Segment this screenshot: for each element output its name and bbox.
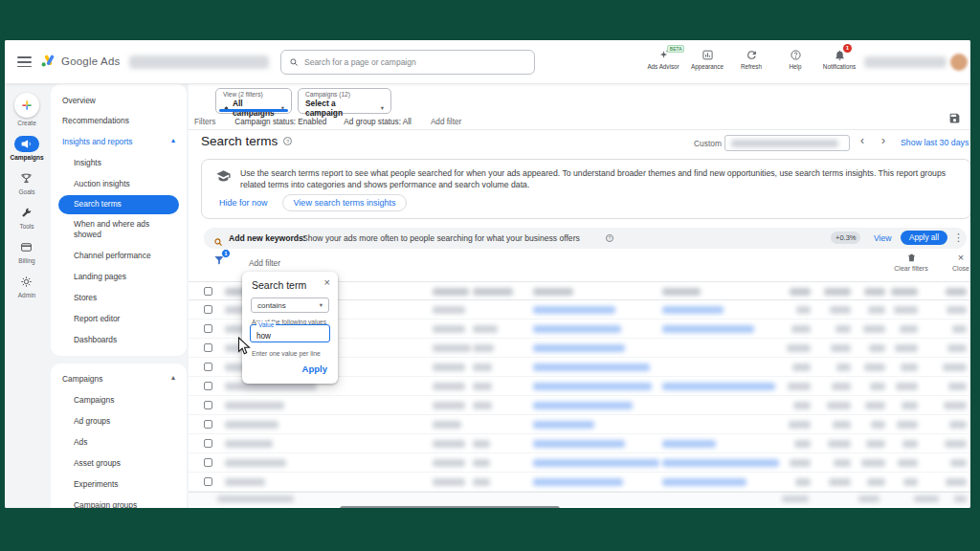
filter-value-input[interactable] [256,332,323,341]
nav-section-campaigns[interactable]: Campaigns▴ [51,369,187,390]
blurred-cell [865,402,885,409]
table-row [189,453,970,473]
row-checkbox[interactable] [204,382,212,390]
notification-count-badge: 1 [843,44,852,53]
add-filter-link[interactable]: Add filter [431,118,461,126]
row-checkbox[interactable] [204,363,212,371]
date-range-input[interactable] [724,135,850,151]
blurred-cell [945,440,967,448]
blurred-cell [433,383,465,390]
nav-item-dashboards[interactable]: Dashboards [51,329,187,350]
nav-item-overview[interactable]: Overview [51,90,187,111]
info-icon[interactable]: ? [606,234,613,242]
rail-item-goals[interactable]: Goals [10,170,43,195]
blurred-cell [433,478,465,486]
nav-item-landing-pages[interactable]: Landing pages [51,266,187,287]
nav-item-auction-insights[interactable]: Auction insights [51,174,187,195]
blurred-cell [473,383,492,390]
row-checkbox[interactable] [204,305,212,314]
nav-item-search-terms[interactable]: Search terms [58,195,179,214]
select-all-checkbox[interactable] [204,287,212,296]
close-icon[interactable]: × [324,276,330,288]
filter-chip-campaign-status[interactable]: Campaign status: Enabled [234,118,326,126]
blurred-cell [473,344,494,352]
row-checkbox[interactable] [204,439,212,448]
row-checkbox[interactable] [204,420,212,429]
trash-icon [906,253,917,263]
rail-item-admin[interactable]: Admin [10,274,43,298]
page-title: Search terms [201,134,278,148]
view-keywords-link[interactable]: View [874,233,891,243]
table-row [189,434,970,453]
header-action-help[interactable]: Help [774,46,816,70]
nav-item-campaign-groups[interactable]: Campaign groups [51,496,187,508]
nav-item-asset-groups[interactable]: Asset groups [51,453,187,474]
search-input[interactable] [304,57,520,67]
filter-chip-ad-group-status[interactable]: Ad group status: All [344,118,412,126]
show-last-30-days-link[interactable]: Show last 30 days [901,138,969,147]
hamburger-menu-icon[interactable] [17,56,32,68]
nav-item-recommendations[interactable]: Recommendations [51,111,187,132]
blurred-cell [864,288,885,296]
campaign-select-dropdown[interactable]: Campaigns (12) Select a campaign ▾ [298,88,391,114]
blurred-cell [662,325,754,333]
table-add-filter-link[interactable]: Add filter [249,258,280,268]
nav-item-ads[interactable]: Ads [51,432,187,453]
more-options-icon[interactable]: ⋮ [953,231,964,244]
blurred-cell [864,364,885,371]
previous-period-icon[interactable]: ‹ [860,134,864,147]
blurred-cell [792,364,811,371]
clear-filters-button[interactable]: Clear filters [889,253,933,272]
avatar[interactable] [950,54,968,71]
nav-section-insights-and-reports[interactable]: Insights and reports▴ [51,132,187,153]
save-icon[interactable] [948,111,961,123]
blurred-cell [794,440,811,448]
nav-item-channel-performance[interactable]: Channel performance [51,245,187,266]
nav-item-experiments[interactable]: Experiments [51,474,187,496]
header-action-ads-advisor[interactable]: BETAAds Advisor [642,46,684,70]
blurred-cell [433,440,465,448]
view-filter-dropdown[interactable]: View (2 filters) All campaigns ▾ [215,88,292,114]
row-checkbox[interactable] [204,458,212,467]
operator-dropdown[interactable]: contains ▾ [251,298,329,313]
header-action-appearance[interactable]: Appearance [686,46,728,70]
row-checkbox[interactable] [204,343,212,352]
header-action-label: Notifications [823,63,856,70]
rail-item-campaigns[interactable]: Campaigns [10,136,43,161]
row-checkbox[interactable] [204,477,212,486]
google-ads-logo[interactable]: Google Ads [40,53,120,69]
nav-item-report-editor[interactable]: Report editor [51,308,187,329]
blurred-cell [533,402,633,409]
help-icon[interactable]: ? [283,137,292,145]
view-search-terms-insights-button[interactable]: View search terms insights [282,194,408,211]
next-period-icon[interactable]: › [881,134,885,147]
rail-item-label: Admin [18,292,35,298]
rail-item-billing[interactable]: Billing [10,239,43,264]
create-button[interactable]: Create [14,93,39,126]
hide-for-now-button[interactable]: Hide for now [219,198,268,208]
nav-item-campaigns[interactable]: Campaigns [51,390,187,411]
nav-item-when-and-where-ads-showed[interactable]: When and where ads showed [51,214,187,246]
row-checkbox[interactable] [204,324,212,333]
blurred-cell [829,478,851,486]
nav-card-insights: OverviewRecommendationsInsights and repo… [51,84,187,356]
page-search-box[interactable] [280,50,535,75]
apply-all-button[interactable]: Apply all [901,231,947,245]
navigation-rail: Create CampaignsGoalsToolsBillingAdmin [5,84,49,298]
close-filter-bar-button[interactable]: × Close [947,253,970,272]
uplift-badge: +0.3% [831,231,860,244]
nav-item-stores[interactable]: Stores [51,287,187,308]
wrench-icon [14,205,39,221]
header-action-notifications[interactable]: 1Notifications [818,46,860,70]
nav-item-ad-groups[interactable]: Ad groups [51,411,187,432]
row-checkbox[interactable] [204,401,212,409]
header-action-label: Refresh [741,63,762,70]
blurred-cell [824,288,851,296]
apply-filter-button[interactable]: Apply [302,364,327,374]
search-terms-info-banner: Use the search terms report to see what … [201,159,970,219]
nav-item-insights[interactable]: Insights [51,153,187,174]
horizontal-scrollbar[interactable] [340,506,560,508]
rail-item-tools[interactable]: Tools [10,205,43,230]
header-action-refresh[interactable]: Refresh [730,46,772,70]
megaphone-icon [14,136,39,152]
